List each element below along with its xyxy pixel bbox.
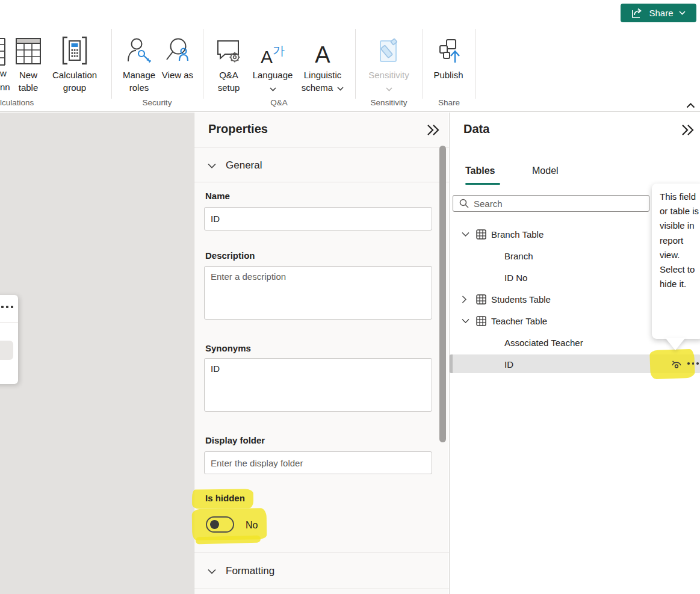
sensitivity-label: Sensitivity bbox=[364, 69, 414, 81]
search-box[interactable] bbox=[453, 195, 649, 212]
is-hidden-label: Is hidden bbox=[205, 493, 245, 503]
view-as-icon bbox=[160, 30, 195, 67]
ribbon-button-publish[interactable]: Publish bbox=[427, 30, 469, 81]
tree-label: ID bbox=[504, 359, 513, 370]
toggle-knob bbox=[210, 520, 219, 529]
double-chevron-right-icon bbox=[427, 124, 441, 136]
publish-icon bbox=[427, 30, 469, 67]
section-formatting[interactable]: Formatting bbox=[208, 565, 274, 577]
group-label-qa: Q&A bbox=[203, 98, 355, 107]
manage-roles-icon bbox=[117, 30, 161, 67]
chevron-down-icon bbox=[679, 11, 686, 15]
chevron-down-icon bbox=[208, 569, 216, 574]
ribbon-button-calculation-group[interactable]: Calculation group bbox=[48, 30, 101, 94]
tree-label: Teacher Table bbox=[491, 316, 547, 326]
chevron-right-icon[interactable] bbox=[462, 295, 467, 303]
description-label: Description bbox=[205, 250, 255, 261]
ribbon-separator bbox=[111, 29, 112, 99]
general-section-label: General bbox=[226, 159, 262, 172]
ribbon-button-manage-roles[interactable]: Manage roles bbox=[117, 30, 161, 94]
collapse-data-button[interactable] bbox=[681, 124, 695, 138]
search-icon bbox=[459, 199, 469, 208]
collapse-ribbon-button[interactable] bbox=[686, 100, 695, 111]
ellipsis-icon[interactable] bbox=[0, 306, 13, 308]
share-arrow-icon bbox=[631, 8, 643, 19]
formatting-section-label: Formatting bbox=[226, 565, 274, 577]
properties-scrollbar[interactable] bbox=[439, 146, 446, 442]
divider bbox=[194, 589, 449, 589]
new-table-label: New table bbox=[8, 69, 48, 94]
new-table-icon bbox=[8, 30, 48, 67]
clipped-label-line1: w bbox=[0, 68, 7, 78]
tab-model[interactable]: Model bbox=[532, 166, 559, 176]
ribbon-separator bbox=[355, 29, 356, 99]
divider bbox=[194, 552, 449, 552]
chevron-down-icon[interactable] bbox=[337, 87, 344, 91]
qa-setup-label: Q&A setup bbox=[209, 69, 248, 94]
ribbon-button-sensitivity: Sensitivity bbox=[364, 30, 414, 94]
synonyms-input[interactable]: ID bbox=[204, 358, 432, 412]
linguistic-schema-label: Linguistic schema bbox=[302, 70, 342, 93]
share-label: Share bbox=[649, 8, 673, 18]
chevron-down-icon[interactable] bbox=[462, 318, 469, 324]
ribbon-button-language[interactable]: A가 Language bbox=[249, 30, 296, 94]
sensitivity-icon bbox=[364, 30, 414, 67]
table-icon bbox=[476, 294, 486, 305]
manage-roles-label: Manage roles bbox=[117, 69, 161, 94]
toggle-visibility-button[interactable] bbox=[670, 357, 683, 373]
group-label-calculations: lculations bbox=[0, 98, 66, 107]
tooltip-tail bbox=[665, 338, 686, 350]
table-icon bbox=[476, 316, 486, 326]
language-label: Language bbox=[249, 69, 296, 81]
properties-panel: Properties General Name Description Syno… bbox=[194, 113, 448, 594]
active-tab-underline bbox=[465, 183, 500, 185]
view-as-label: View as bbox=[160, 69, 195, 81]
properties-title: Properties bbox=[208, 122, 268, 136]
divider bbox=[194, 182, 449, 182]
display-folder-input[interactable] bbox=[204, 451, 432, 474]
name-label: Name bbox=[205, 191, 230, 201]
menu-item-placeholder[interactable] bbox=[0, 341, 13, 360]
table-icon bbox=[0, 37, 6, 67]
display-folder-label: Display folder bbox=[205, 435, 265, 445]
group-label-sensitivity: Sensitivity bbox=[355, 98, 423, 107]
ribbon-button-new-table[interactable]: New table bbox=[8, 30, 48, 94]
chevron-down-icon[interactable] bbox=[249, 83, 296, 94]
divider bbox=[0, 322, 18, 323]
ribbon-button-linguistic-schema[interactable]: A Linguistic schema bbox=[296, 30, 349, 94]
tree-label: Students Table bbox=[491, 294, 551, 305]
search-input[interactable] bbox=[474, 199, 649, 209]
chevron-down-icon bbox=[364, 83, 414, 94]
double-chevron-right-icon bbox=[681, 124, 695, 136]
report-canvas bbox=[0, 113, 194, 594]
collapse-properties-button[interactable] bbox=[427, 124, 441, 138]
calculation-group-icon bbox=[48, 30, 101, 67]
tree-label: Branch bbox=[504, 251, 533, 261]
selected-row-bar bbox=[450, 354, 453, 373]
tab-tables[interactable]: Tables bbox=[465, 166, 495, 176]
visibility-tooltip: This field or table is visible in report… bbox=[652, 184, 700, 339]
publish-label: Publish bbox=[427, 69, 469, 81]
ribbon-separator bbox=[203, 29, 203, 99]
description-input[interactable] bbox=[204, 266, 432, 320]
chevron-down-icon[interactable] bbox=[462, 232, 469, 237]
group-label-share: Share bbox=[423, 98, 475, 107]
more-options-icon[interactable] bbox=[687, 362, 699, 365]
app-window: w nn New table bbox=[0, 0, 700, 594]
group-label-security: Security bbox=[111, 98, 203, 107]
ribbon-button-view-as[interactable]: View as bbox=[160, 30, 195, 81]
qa-setup-icon bbox=[209, 30, 248, 67]
ribbon-button-qa-setup[interactable]: Q&A setup bbox=[209, 30, 248, 94]
tree-label: Branch Table bbox=[491, 229, 544, 240]
ribbon-separator bbox=[423, 29, 423, 99]
ribbon-separator bbox=[475, 29, 476, 99]
name-input[interactable] bbox=[204, 207, 432, 230]
section-general[interactable]: General bbox=[208, 159, 262, 172]
data-title: Data bbox=[463, 122, 489, 136]
ribbon: w nn New table bbox=[0, 0, 700, 112]
is-hidden-toggle[interactable] bbox=[206, 516, 234, 533]
tree-label: ID No bbox=[504, 273, 527, 283]
language-icon: A가 bbox=[249, 30, 296, 67]
share-button[interactable]: Share bbox=[621, 4, 696, 22]
table-icon bbox=[476, 229, 486, 240]
